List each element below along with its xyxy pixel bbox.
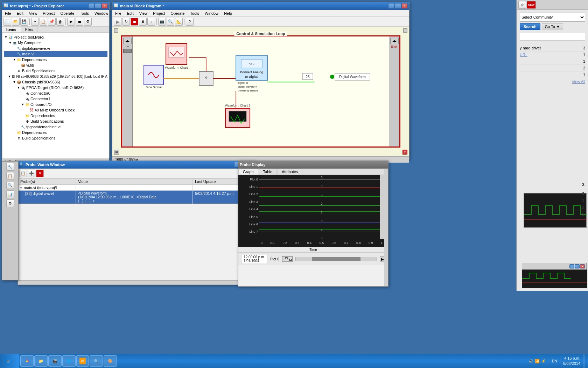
tree-toggle-io[interactable]: ▼ — [21, 103, 25, 106]
search-input-area[interactable] — [520, 33, 585, 41]
pe-tab-items[interactable]: Items — [2, 27, 21, 32]
bd-help[interactable]: ? — [186, 18, 194, 26]
pw-tb-2[interactable]: ➕ — [28, 170, 35, 177]
pd-tab-table[interactable]: Table — [259, 169, 277, 175]
side-tool-4[interactable]: 📊 — [6, 190, 14, 198]
pw-table-container[interactable]: Probe(s) Value Last Update ▼ main.vi (te… — [18, 178, 255, 204]
tree-fpga[interactable]: ▼ 🔌 FPGA Target (RIO0, sbRIO-9636) — [4, 85, 107, 90]
tree-toggle-chassis[interactable]: ▼ — [12, 80, 16, 84]
bd-step-into[interactable]: ↓ — [147, 18, 155, 26]
pw-row-parent[interactable]: ▼ main.vi (test.lvproj/l — [18, 185, 255, 191]
pe-menu-file[interactable]: File — [2, 11, 14, 16]
pd-side-scrollbar[interactable] — [384, 169, 388, 286]
tree-vilib[interactable]: 📦 vi.lib — [4, 62, 107, 68]
tree-toggle-project[interactable]: ▼ — [4, 35, 8, 39]
tree-chassis[interactable]: ▼ 📦 Chassis (sbRIO-9636) — [4, 79, 107, 85]
tree-toggle-fpga[interactable]: ▼ — [16, 86, 21, 89]
pd-tab-attributes[interactable]: Attributes — [277, 169, 302, 175]
bd-menu-window[interactable]: Window — [202, 11, 221, 16]
taskbar-chrome[interactable] — [20, 355, 34, 367]
project-tree[interactable]: ▼ 📊 Project: test.lvproj ▼ 💻 My Computer… — [2, 33, 109, 159]
mini-minimize[interactable]: _ — [569, 264, 574, 268]
side-tool-1[interactable]: 🔧 — [6, 163, 14, 171]
pw-row-child[interactable]: [28] digital wavel <Digital Waveform (1/… — [18, 191, 255, 204]
taskbar-filemanager[interactable]: 📁 — [34, 355, 48, 367]
tree-deps3[interactable]: 📁 Dependencies — [4, 130, 107, 135]
bd-restore[interactable]: □ — [395, 3, 401, 9]
converter-block[interactable]: ⚙ — [199, 71, 213, 86]
pe-menu-operate[interactable]: Operate — [58, 11, 77, 16]
pe-tb-copy[interactable]: 📋 — [40, 18, 47, 26]
waveform-chart2-block[interactable]: Waveform Chart 2 — [225, 104, 251, 128]
pe-menu-edit[interactable]: Edit — [14, 11, 26, 16]
tree-buildspecs1[interactable]: ⚙ Build Specifications — [4, 68, 107, 74]
tree-deps2[interactable]: 📁 Dependencies — [4, 113, 107, 118]
tree-deps1[interactable]: ▼ 📁 Dependencies — [4, 57, 107, 62]
bd-error-indicator[interactable]: ⊡ — [402, 150, 407, 155]
pe-tb-paste[interactable]: 📌 — [48, 18, 56, 26]
bd-run-abort[interactable]: ⏹ — [131, 18, 138, 26]
pe-tb-stop[interactable]: ⏹ — [76, 18, 83, 26]
tree-fpgasm[interactable]: 🔧 fpgastatemachine.vi — [4, 124, 107, 130]
bd-corner-indicator[interactable]: ⊞ — [114, 150, 119, 155]
tree-mycomputer[interactable]: ▼ 💻 My Computer — [4, 40, 107, 46]
pe-tb-run[interactable]: ▶ — [67, 18, 75, 26]
bd-menu-project[interactable]: Project — [150, 11, 168, 16]
bd-scroll-topleft[interactable] — [114, 28, 118, 33]
pd-chart-scrollbar[interactable] — [380, 175, 384, 239]
pe-menu-project[interactable]: Project — [40, 11, 57, 16]
tree-conn1[interactable]: 🔌 Connector1 — [4, 96, 107, 102]
bd-menu-edit[interactable]: Edit — [124, 11, 136, 16]
taskbar-illustrator[interactable]: Ai — [76, 355, 89, 367]
pw-scrollbar-h[interactable] — [18, 280, 251, 285]
taskbar-app2[interactable]: 🌐 — [62, 355, 76, 367]
bd-tb-7[interactable]: 📐 — [175, 18, 183, 26]
digital-waveform-indicator[interactable]: Digital Waveform — [330, 73, 370, 80]
bd-minimize[interactable]: _ — [388, 3, 394, 9]
search-text-input[interactable] — [522, 35, 583, 39]
tree-conn0[interactable]: 🔌 Connector0 — [4, 90, 107, 96]
bd-menu-tools[interactable]: Tools — [187, 11, 202, 16]
bd-close[interactable]: × — [401, 3, 408, 9]
bd-pause[interactable]: ⏸ — [139, 18, 147, 26]
pe-minimize[interactable]: _ — [88, 3, 94, 9]
bd-menu-file[interactable]: File — [112, 11, 124, 16]
pe-tab-files[interactable]: Files — [21, 27, 38, 32]
search-button[interactable]: Search — [520, 23, 540, 30]
pe-tb-open[interactable]: 📂 — [12, 18, 20, 26]
new-icon[interactable]: NEW — [527, 1, 536, 9]
tree-mainvi[interactable]: 🔧 main.vi — [4, 51, 107, 57]
pe-menu-window[interactable]: Window — [92, 11, 111, 16]
bd-menu-view[interactable]: View — [136, 11, 150, 16]
side-tool-2[interactable]: 📋 — [6, 172, 14, 180]
view-all-link[interactable]: View All — [572, 80, 585, 84]
taskbar-search[interactable]: 🔍 — [90, 355, 103, 367]
tree-toggle-ni[interactable]: ▼ — [8, 75, 12, 78]
goto-button[interactable]: Go To ▼ — [542, 23, 563, 30]
tree-clock[interactable]: ⏰ 40 MHz Onboard Clock — [4, 107, 107, 113]
pe-tb-props[interactable]: ⚙ — [84, 18, 92, 26]
tree-toggle-mycomputer[interactable]: ▼ — [8, 41, 12, 45]
star-icon[interactable]: ☆ — [518, 1, 526, 9]
tree-bs3[interactable]: ⚙ Build Specifications — [4, 135, 107, 141]
loop-ctrl-bar[interactable] — [123, 49, 132, 53]
loop-ctrl-r1[interactable]: ◀▶ — [390, 38, 399, 44]
taskbar-labview[interactable]: 🎬 — [48, 355, 62, 367]
community-select[interactable]: Select Community — [520, 13, 585, 22]
start-button[interactable]: ⊞ — [0, 354, 19, 368]
pe-menu-view[interactable]: View — [26, 11, 40, 16]
pe-tb-new[interactable]: 📄 — [4, 18, 11, 26]
pw-tb-1[interactable]: 📋 — [19, 170, 27, 177]
bd-menu-help[interactable]: Help — [221, 11, 235, 16]
content-link-2[interactable]: URL — [520, 53, 527, 57]
show-desktop-btn[interactable] — [583, 354, 585, 368]
side-tool-3[interactable]: 🔍 — [6, 181, 14, 189]
mini-close[interactable]: × — [580, 264, 585, 268]
bd-scroll-topright[interactable] — [403, 28, 407, 33]
bd-menu-operate[interactable]: Operate — [168, 11, 188, 16]
tree-onboardio[interactable]: ▼ 📁 Onboard I/O — [4, 102, 107, 107]
waveform-chart-block[interactable]: Waveform Chart — [165, 43, 188, 69]
mini-maximize[interactable]: □ — [575, 264, 580, 268]
bd-tb-5[interactable]: 📷 — [158, 18, 166, 26]
pe-tb-del[interactable]: 🗑 — [56, 18, 64, 26]
